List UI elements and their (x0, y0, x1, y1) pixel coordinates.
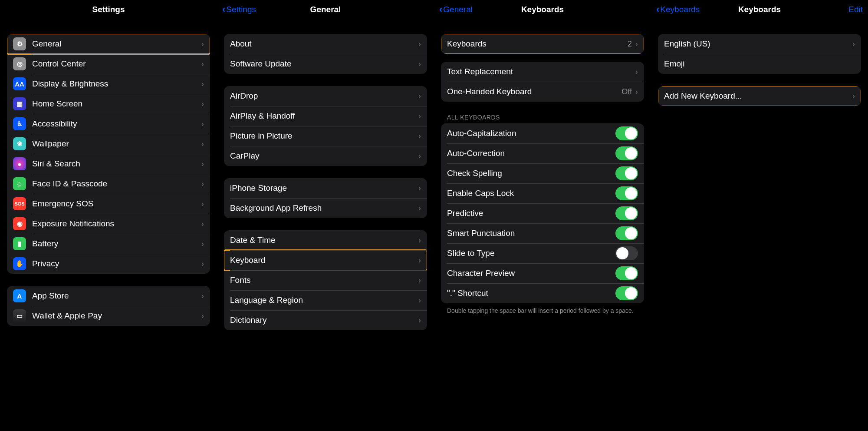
keyboards-count-group: Keyboards2› (441, 34, 644, 54)
row-label: iPhone Storage (230, 183, 418, 193)
chevron-right-icon: › (418, 152, 421, 161)
back-label: General (443, 5, 473, 14)
row-value: Off (621, 87, 632, 96)
toggle-switch[interactable] (615, 146, 638, 160)
list-row[interactable]: One-Handed KeyboardOff› (441, 82, 644, 102)
list-row[interactable]: Text Replacement› (441, 62, 644, 82)
i-sos-icon: SOS (13, 197, 26, 210)
settings-row[interactable]: ●Siri & Search› (7, 154, 210, 174)
row-label: Fonts (230, 275, 418, 285)
chevron-right-icon: › (418, 112, 421, 121)
settings-row[interactable]: AADisplay & Brightness› (7, 74, 210, 94)
toggle-switch[interactable] (615, 246, 638, 260)
list-row[interactable]: iPhone Storage› (224, 178, 427, 198)
row-label: Character Preview (447, 269, 615, 278)
row-label: Display & Brightness (32, 79, 201, 89)
settings-row[interactable]: AApp Store› (7, 286, 210, 306)
list-row[interactable]: Date & Time› (224, 230, 427, 250)
list-row[interactable]: CarPlay› (224, 146, 427, 166)
back-button[interactable]: ‹ General (439, 5, 473, 14)
row-label: Smart Punctuation (447, 229, 615, 238)
settings-row[interactable]: ◉Exposure Notifications› (7, 214, 210, 234)
settings-row[interactable]: ▭Wallet & Apple Pay› (7, 306, 210, 326)
row-label: Keyboards (447, 39, 628, 49)
toggle-switch[interactable] (615, 166, 638, 180)
settings-row[interactable]: ☺Face ID & Passcode› (7, 174, 210, 194)
row-label: Picture in Picture (230, 131, 418, 141)
row-label: Emoji (664, 59, 855, 69)
i-app-icon: A (13, 289, 26, 302)
toggle-row: Auto-Capitalization (441, 123, 644, 143)
list-row[interactable]: About› (224, 34, 427, 54)
list-row[interactable]: Picture in Picture› (224, 126, 427, 146)
chevron-left-icon: ‹ (222, 5, 225, 14)
toggle-switch[interactable] (615, 186, 638, 200)
nav-bar: ‹ General Keyboards (436, 0, 649, 19)
list-row[interactable]: Software Update› (224, 54, 427, 74)
toggle-switch[interactable] (615, 226, 638, 240)
list-row[interactable]: Dictionary› (224, 310, 427, 330)
list-row[interactable]: English (US)› (658, 34, 861, 54)
nav-title: General (310, 5, 341, 14)
settings-row[interactable]: ◎Control Center› (7, 54, 210, 74)
settings-group-store: AApp Store›▭Wallet & Apple Pay› (7, 286, 210, 326)
keyboards-panel: ‹ General Keyboards Keyboards2› Text Rep… (434, 0, 651, 431)
chevron-right-icon: › (418, 60, 421, 69)
chevron-right-icon: › (852, 92, 855, 101)
row-label: Exposure Notifications (32, 219, 201, 229)
row-label: Language & Region (230, 295, 418, 305)
toggle-row: Character Preview (441, 263, 644, 283)
row-label: Home Screen (32, 99, 201, 109)
general-group: About›Software Update› (224, 34, 427, 74)
toggle-switch[interactable] (615, 126, 638, 140)
chevron-right-icon: › (418, 40, 421, 49)
edit-button[interactable]: Edit (848, 5, 863, 14)
list-row[interactable]: AirPlay & Handoff› (224, 106, 427, 126)
list-row[interactable]: Add New Keyboard...› (658, 86, 861, 106)
list-row[interactable]: AirDrop› (224, 86, 427, 106)
chevron-right-icon: › (635, 67, 638, 76)
toggle-row: Predictive (441, 203, 644, 223)
row-label: Predictive (447, 209, 615, 218)
settings-row[interactable]: ♿︎Accessibility› (7, 114, 210, 134)
settings-row[interactable]: ▮Battery› (7, 234, 210, 254)
toggle-row: Enable Caps Lock (441, 183, 644, 203)
add-keyboard-group: Add New Keyboard...› (658, 86, 861, 106)
list-row[interactable]: Emoji (658, 54, 861, 74)
i-gear-icon: ⚙ (13, 37, 26, 50)
chevron-right-icon: › (201, 259, 204, 269)
settings-row[interactable]: ▦Home Screen› (7, 94, 210, 114)
i-exp-icon: ◉ (13, 217, 26, 230)
row-label: Date & Time (230, 235, 418, 245)
list-row[interactable]: Language & Region› (224, 290, 427, 310)
chevron-right-icon: › (201, 139, 204, 149)
toggle-row: Smart Punctuation (441, 223, 644, 243)
row-label: English (US) (664, 39, 852, 49)
settings-row[interactable]: ✋Privacy› (7, 254, 210, 274)
chevron-right-icon: › (201, 119, 204, 129)
list-row[interactable]: Fonts› (224, 270, 427, 290)
list-row[interactable]: Keyboard› (224, 250, 427, 270)
i-wal-icon: ▭ (13, 309, 26, 322)
list-row[interactable]: Background App Refresh› (224, 198, 427, 218)
toggle-switch[interactable] (615, 266, 638, 280)
row-label: App Store (32, 291, 201, 301)
settings-row[interactable]: SOSEmergency SOS› (7, 194, 210, 214)
list-row[interactable]: Keyboards2› (441, 34, 644, 54)
back-button[interactable]: ‹ Keyboards (656, 5, 700, 14)
nav-bar: ‹ Keyboards Keyboards Edit (653, 0, 866, 19)
settings-row[interactable]: ⚙General› (7, 34, 210, 54)
keyboards-list-group: English (US)›Emoji (658, 34, 861, 74)
nav-bar: Settings (2, 0, 215, 19)
row-label: Battery (32, 239, 201, 249)
toggle-switch[interactable] (615, 206, 638, 220)
chevron-left-icon: ‹ (439, 5, 442, 14)
back-button[interactable]: ‹ Settings (222, 5, 256, 14)
row-label: Emergency SOS (32, 199, 201, 209)
settings-row[interactable]: ❀Wallpaper› (7, 134, 210, 154)
back-label: Settings (226, 5, 256, 14)
chevron-right-icon: › (201, 179, 204, 189)
toggle-switch[interactable] (615, 286, 638, 300)
row-label: "." Shortcut (447, 288, 615, 298)
row-label: Siri & Search (32, 159, 201, 169)
